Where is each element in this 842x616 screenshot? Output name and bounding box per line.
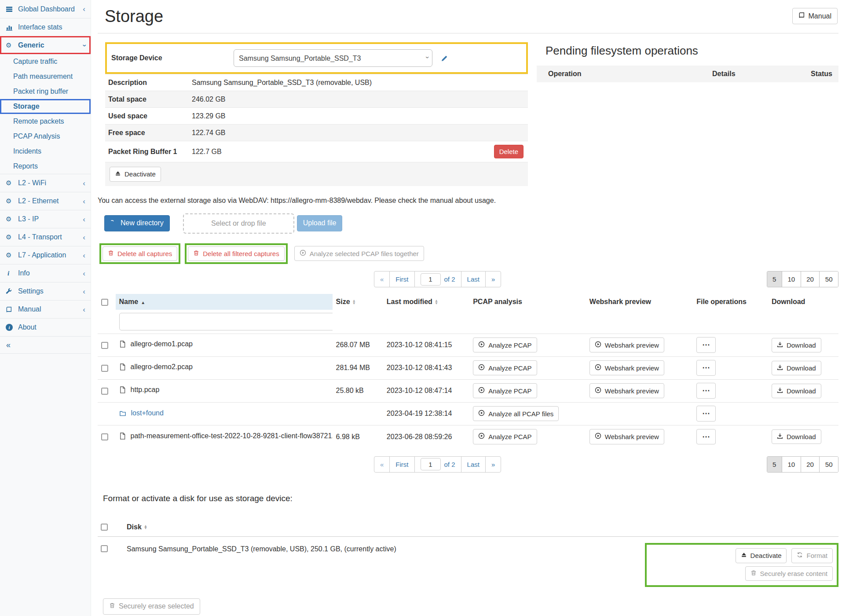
row-checkbox[interactable]	[101, 388, 108, 395]
deactivate-disk-button[interactable]: Deactivate	[736, 548, 787, 563]
gear-icon: ⚙	[6, 215, 15, 223]
file-icon	[119, 363, 126, 371]
page-of-label: of 2	[444, 275, 455, 283]
page-last-button[interactable]: Last	[461, 457, 486, 472]
analyze-pcap-button[interactable]: Analyze PCAP	[473, 383, 537, 398]
sidebar-item-pcap-analysis[interactable]: PCAP Analysis	[0, 129, 91, 144]
webshark-preview-button[interactable]: Webshark preview	[589, 337, 664, 352]
delete-all-captures-button[interactable]: Delete all captures	[103, 246, 177, 261]
sidebar-item-generic[interactable]: ⚙ Generic ‹	[0, 36, 91, 54]
sidebar-item-path-measurement[interactable]: Path measurement	[0, 69, 91, 84]
analyze-pcap-button[interactable]: Analyze PCAP	[473, 429, 537, 444]
page-first-button[interactable]: First	[390, 457, 414, 472]
sidebar-item-capture-traffic[interactable]: Capture traffic	[0, 54, 91, 69]
more-options-button[interactable]: ⋯	[696, 406, 716, 422]
page-size-5[interactable]: 5	[767, 457, 782, 472]
download-button[interactable]: Download	[772, 384, 821, 398]
sidebar-item-incidents[interactable]: Incidents	[0, 144, 91, 159]
sidebar-item-l3-ip[interactable]: ⚙ L3 - IP ‹	[0, 210, 91, 228]
page-prev-button[interactable]: «	[374, 457, 390, 472]
page-prev-button[interactable]: «	[374, 271, 390, 287]
more-options-button[interactable]: ⋯	[696, 383, 716, 399]
deactivate-device-button[interactable]: Deactivate	[110, 167, 161, 181]
page-size-10[interactable]: 10	[782, 271, 801, 287]
sidebar-item-l7-application[interactable]: ⚙ L7 - Application ‹	[0, 246, 91, 264]
page-size-5[interactable]: 5	[767, 271, 782, 287]
webshark-preview-button[interactable]: Webshark preview	[589, 383, 664, 398]
row-checkbox[interactable]	[101, 342, 108, 349]
sidebar-item-info[interactable]: i Info ‹	[0, 264, 91, 282]
sidebar-item-storage[interactable]: Storage	[0, 99, 91, 114]
sidebar-item-packet-ring-buffer[interactable]: Packet ring buffer	[0, 84, 91, 99]
table-row: lost+found 2023-04-19 12:38:14 Analyze a…	[98, 402, 838, 425]
sort-icon: ▲▼	[352, 300, 356, 304]
securely-erase-content-button[interactable]: Securely erase content	[745, 566, 833, 581]
select-all-checkbox[interactable]	[101, 299, 108, 306]
sidebar-collapse-button[interactable]: «	[0, 336, 91, 354]
sidebar-item-global-dashboard[interactable]: Global Dashboard ‹	[0, 0, 91, 18]
analyze-all-pcap-button[interactable]: Analyze all PCAP files	[473, 406, 559, 421]
webshark-preview-button[interactable]: Webshark preview	[589, 429, 664, 444]
sidebar-item-manual[interactable]: Manual ‹	[0, 300, 91, 318]
sidebar-item-label: Interface stats	[18, 23, 85, 31]
page-size-20[interactable]: 20	[801, 457, 820, 472]
delete-ring-buffer-button[interactable]: Delete	[494, 145, 524, 158]
sidebar-item-label: Info	[18, 269, 83, 277]
sidebar-item-l2-ethernet[interactable]: ⚙ L2 - Ethernet ‹	[0, 192, 91, 210]
detail-value: 123.29 GB	[192, 112, 524, 120]
sidebar-item-reports[interactable]: Reports	[0, 159, 91, 174]
page-title: Storage	[105, 7, 838, 26]
page-size-50[interactable]: 50	[819, 271, 838, 287]
edit-device-button[interactable]	[441, 55, 448, 62]
new-directory-button[interactable]: New directory	[104, 215, 170, 231]
more-options-button[interactable]: ⋯	[696, 337, 716, 353]
securely-erase-selected-button[interactable]: Securely erase selected	[103, 598, 200, 614]
download-button[interactable]: Download	[772, 361, 821, 375]
manual-button[interactable]: Manual	[792, 8, 838, 24]
sidebar-item-l4-transport[interactable]: ⚙ L4 - Transport ‹	[0, 228, 91, 246]
page-number-input[interactable]	[421, 273, 441, 286]
sidebar-item-l2-wifi[interactable]: ⚙ L2 - WiFi ‹	[0, 174, 91, 192]
file-drop-zone[interactable]: Select or drop file	[183, 213, 294, 234]
page-next-button[interactable]: »	[486, 271, 501, 287]
row-checkbox[interactable]	[101, 365, 108, 372]
column-download: Download	[768, 294, 838, 310]
download-button[interactable]: Download	[772, 429, 821, 444]
analyze-pcap-button[interactable]: Analyze PCAP	[473, 360, 537, 375]
sidebar-item-label: Incidents	[13, 147, 85, 155]
file-modified: 2023-10-12 08:41:15	[383, 334, 469, 356]
webshark-preview-button[interactable]: Webshark preview	[589, 360, 664, 375]
dashboard-icon	[6, 6, 15, 13]
row-checkbox[interactable]	[101, 433, 108, 440]
sidebar-item-remote-packets[interactable]: Remote packets	[0, 114, 91, 129]
download-button[interactable]: Download	[772, 338, 821, 352]
analyze-pcap-button[interactable]: Analyze PCAP	[473, 337, 537, 352]
gear-icon: ⚙	[6, 233, 15, 241]
sidebar-item-label: L4 - Transport	[18, 233, 83, 241]
disk-description: Samsung Samsung_Portable_SSD_T3 (removab…	[127, 545, 396, 553]
directory-link[interactable]: lost+found	[131, 409, 164, 417]
more-options-button[interactable]: ⋯	[696, 429, 716, 445]
name-filter-input[interactable]	[119, 313, 333, 330]
select-all-disks-checkbox[interactable]	[101, 524, 108, 531]
page-size-selector: 5 10 20 50	[767, 271, 838, 287]
sidebar-item-settings[interactable]: Settings ‹	[0, 282, 91, 300]
chevron-left-icon: ‹	[83, 198, 85, 205]
detail-value: 122.74 GB	[192, 129, 524, 137]
page-number-input[interactable]	[421, 458, 441, 470]
analyze-selected-together-button[interactable]: Analyze selected PCAP files together	[294, 246, 424, 261]
page-last-button[interactable]: Last	[461, 271, 486, 287]
delete-all-filtered-captures-button[interactable]: Delete all filtered captures	[188, 246, 284, 261]
page-size-20[interactable]: 20	[801, 271, 820, 287]
more-options-button[interactable]: ⋯	[696, 360, 716, 376]
sidebar-item-about[interactable]: i About	[0, 318, 91, 336]
page-first-button[interactable]: First	[390, 271, 414, 287]
disk-checkbox[interactable]	[101, 545, 108, 552]
page-size-50[interactable]: 50	[819, 457, 838, 472]
page-size-10[interactable]: 10	[782, 457, 801, 472]
storage-device-select[interactable]: Samsung Samsung_Portable_SSD_T3	[234, 49, 432, 67]
page-next-button[interactable]: »	[486, 457, 501, 472]
format-disk-button[interactable]: Format	[791, 548, 833, 563]
upload-file-button[interactable]: Upload file	[297, 215, 343, 231]
sidebar-item-interface-stats[interactable]: Interface stats	[0, 18, 91, 36]
